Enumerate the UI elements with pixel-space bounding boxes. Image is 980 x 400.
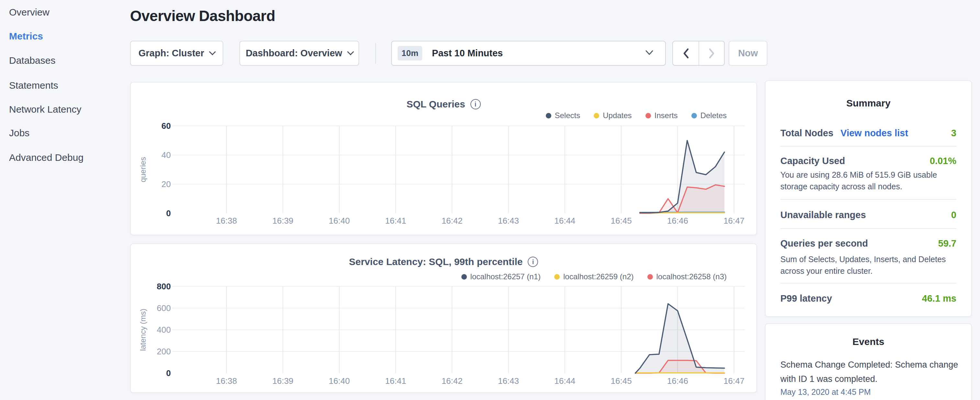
db-console-page: Overview Metrics Databases Statements Ne…: [0, 0, 980, 400]
graph-scope-dropdown[interactable]: Graph: Cluster: [130, 41, 223, 66]
summary-row-label: P99 latency: [780, 293, 832, 304]
time-range-badge: 10m: [398, 46, 422, 61]
chevron-down-icon: [209, 49, 216, 55]
summary-row-unavailable-ranges: Unavailable ranges 0: [780, 208, 956, 222]
svg-text:40: 40: [161, 150, 171, 160]
summary-row-total-nodes: Total Nodes View nodes list 3: [780, 126, 956, 140]
svg-text:60: 60: [161, 121, 171, 131]
summary-row-capacity-used: Capacity Used 0.01%: [780, 154, 956, 167]
dashboard-dropdown-label: Dashboard: Overview: [245, 48, 342, 59]
summary-row-value: 0.01%: [930, 156, 956, 166]
svg-text:16:41: 16:41: [385, 376, 406, 386]
graph-scope-dropdown-label: Graph: Cluster: [138, 48, 204, 59]
time-range-dropdown[interactable]: 10m Past 10 Minutes: [391, 41, 666, 66]
svg-text:16:43: 16:43: [498, 216, 519, 226]
svg-text:16:42: 16:42: [442, 376, 463, 386]
summary-row-value: 59.7: [938, 238, 956, 249]
chevron-down-icon: [347, 49, 354, 55]
sql-queries-chart-card: SQL Queries i SelectsUpdatesInsertsDelet…: [130, 82, 757, 235]
svg-text:16:45: 16:45: [611, 216, 632, 226]
summary-row-description: Sum of Selects, Updates, Inserts, and De…: [780, 253, 958, 277]
svg-text:16:39: 16:39: [272, 376, 293, 386]
sidebar-item-jobs[interactable]: Jobs: [9, 126, 29, 140]
time-forward-button[interactable]: [698, 41, 724, 65]
svg-text:0: 0: [166, 368, 171, 378]
view-nodes-list-link[interactable]: View nodes list: [840, 128, 908, 139]
time-pager: [672, 41, 725, 66]
service-latency-chart-plot[interactable]: 16:3816:3916:4016:4116:4216:4316:4416:45…: [131, 244, 758, 394]
svg-text:16:43: 16:43: [498, 376, 519, 386]
sidebar-item-advanced-debug[interactable]: Advanced Debug: [9, 150, 83, 165]
summary-row-value: 46.1 ms: [922, 293, 956, 304]
summary-row-p99-latency: P99 latency 46.1 ms: [780, 292, 956, 305]
svg-text:16:40: 16:40: [329, 216, 350, 226]
svg-text:0: 0: [166, 209, 171, 218]
summary-row-label: Capacity Used: [780, 156, 845, 166]
events-title: Events: [765, 336, 971, 347]
page-title: Overview Dashboard: [130, 7, 275, 25]
summary-row-value: 3: [951, 128, 956, 139]
sidebar-item-databases[interactable]: Databases: [9, 53, 55, 68]
summary-row-label: Queries per second: [780, 238, 868, 249]
svg-text:16:46: 16:46: [667, 376, 688, 386]
svg-text:16:44: 16:44: [554, 376, 575, 386]
divider: [780, 283, 956, 284]
summary-row-queries-per-second: Queries per second 59.7: [780, 237, 956, 250]
svg-text:16:41: 16:41: [385, 216, 406, 226]
chevron-left-icon: [682, 48, 690, 59]
time-range-label: Past 10 Minutes: [432, 48, 503, 59]
chevron-down-icon: [645, 50, 654, 57]
svg-text:16:38: 16:38: [216, 216, 237, 226]
sidebar-item-metrics[interactable]: Metrics: [9, 29, 43, 44]
svg-text:16:44: 16:44: [554, 216, 575, 226]
service-latency-chart-card: Service Latency: SQL, 99th percentile i …: [130, 243, 757, 393]
sidebar-item-network-latency[interactable]: Network Latency: [9, 102, 81, 117]
divider: [780, 199, 956, 200]
sidebar-item-overview[interactable]: Overview: [9, 5, 49, 20]
sql-queries-chart-plot[interactable]: 16:3816:3916:4016:4116:4216:4316:4416:45…: [131, 83, 758, 236]
summary-row-label: Unavailable ranges: [780, 210, 866, 220]
svg-text:20: 20: [161, 179, 171, 189]
sidebar-item-statements[interactable]: Statements: [9, 78, 58, 93]
now-button[interactable]: Now: [729, 41, 767, 66]
svg-text:800: 800: [157, 282, 171, 291]
summary-panel: Summary Total Nodes View nodes list 3 Ca…: [765, 80, 972, 317]
events-panel: Events Schema Change Completed: Schema c…: [765, 323, 972, 400]
svg-text:16:45: 16:45: [611, 376, 632, 386]
svg-text:latency (ms): latency (ms): [138, 309, 147, 351]
svg-text:16:40: 16:40: [329, 376, 350, 386]
svg-text:16:42: 16:42: [442, 216, 463, 226]
svg-text:600: 600: [157, 303, 171, 313]
summary-row-label: Total Nodes: [780, 128, 834, 139]
divider: [780, 146, 956, 147]
svg-text:200: 200: [157, 347, 171, 356]
divider: [780, 228, 956, 229]
dashboard-dropdown[interactable]: Dashboard: Overview: [239, 41, 359, 66]
svg-text:16:39: 16:39: [272, 216, 293, 226]
toolbar-divider: [375, 43, 376, 64]
summary-row-description: You are using 28.6 MiB of 515.9 GiB usab…: [780, 169, 958, 192]
time-back-button[interactable]: [673, 41, 698, 65]
event-message[interactable]: Schema Change Completed: Schema change w…: [780, 358, 958, 386]
svg-text:16:47: 16:47: [724, 216, 745, 226]
summary-row-value: 0: [951, 210, 956, 220]
svg-text:16:47: 16:47: [724, 376, 745, 386]
svg-text:16:46: 16:46: [667, 216, 688, 226]
svg-text:queries: queries: [138, 157, 147, 183]
summary-title: Summary: [765, 98, 971, 109]
event-timestamp: May 13, 2020 at 4:45 PM: [780, 387, 871, 397]
svg-text:400: 400: [157, 325, 171, 335]
svg-text:16:38: 16:38: [216, 376, 237, 386]
chevron-right-icon: [708, 48, 716, 59]
